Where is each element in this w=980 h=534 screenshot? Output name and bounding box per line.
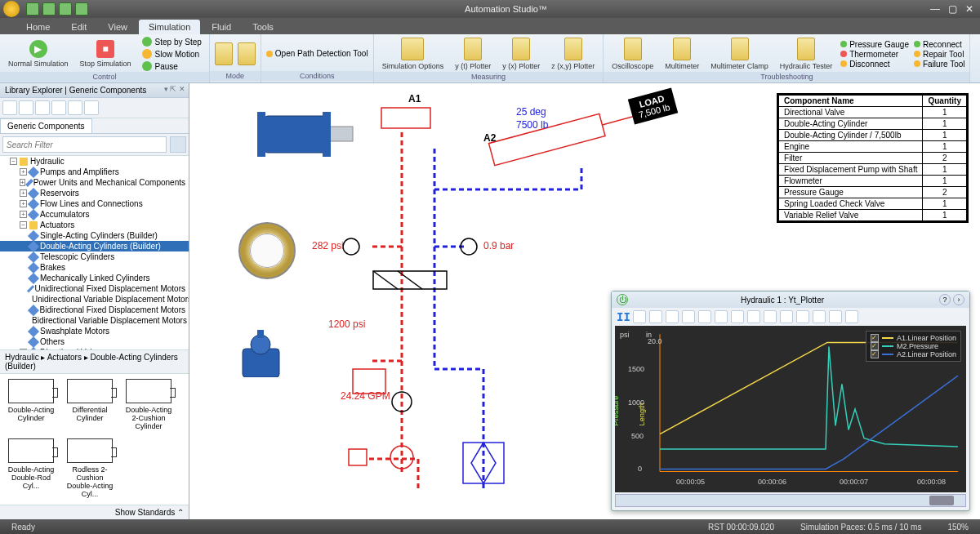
tree-node[interactable]: Single-Acting Cylinders (Builder) [0, 230, 189, 241]
tab-fluid[interactable]: Fluid [202, 20, 241, 34]
tree-node[interactable]: Bidirectional Variable Displacement Moto… [0, 315, 189, 326]
tab-tools[interactable]: Tools [243, 20, 283, 34]
lib-tool-icon[interactable] [19, 100, 33, 115]
search-input[interactable] [2, 136, 167, 153]
tree-node[interactable]: Swashplate Motors [0, 326, 189, 336]
tree-node[interactable]: +Accumulators [0, 209, 189, 220]
component-thumbnails: Double-Acting CylinderDifferential Cylin… [0, 374, 189, 505]
close-button[interactable]: ✕ [965, 3, 973, 15]
lib-tool-icon[interactable] [68, 100, 82, 115]
plotter-tool-icon[interactable] [715, 310, 728, 323]
pressure-gauge-tool[interactable]: Pressure Gauge [840, 40, 909, 49]
oscilloscope-button[interactable]: Oscilloscope [608, 36, 657, 72]
plotter-tool-icon[interactable] [698, 310, 711, 323]
plotter-tool-icon[interactable] [666, 310, 679, 323]
plotter-tool-icon[interactable] [747, 310, 760, 323]
lib-tool-icon[interactable] [2, 100, 17, 115]
library-tab-generic[interactable]: Generic Components [0, 118, 92, 133]
panel-pin-icon[interactable]: ▾ ⇱ ✕ [164, 85, 185, 93]
tree-node[interactable]: Others [0, 336, 189, 347]
pause-icon[interactable]: II [617, 310, 630, 323]
svg-rect-15 [257, 112, 265, 157]
tree-node[interactable]: Double-Acting Cylinders (Builder) [0, 241, 189, 251]
multimeter-clamp-button[interactable]: Multimeter Clamp [707, 36, 772, 72]
chevron-up-icon[interactable]: ⌃ [177, 508, 184, 517]
yx-plotter-button[interactable]: y (x) Plotter [499, 36, 543, 72]
tree-node[interactable]: Unidirectional Variable Displacement Mot… [0, 294, 189, 305]
lib-tool-icon[interactable] [84, 100, 99, 115]
qat-button[interactable] [59, 2, 72, 16]
tree-node[interactable]: +Reservoirs [0, 188, 189, 198]
tree-node[interactable]: Telescopic Cylinders [0, 251, 189, 262]
plotter-tool-icon[interactable] [845, 310, 858, 323]
tab-edit[interactable]: Edit [61, 20, 96, 34]
plotter-tool-icon[interactable] [649, 310, 662, 323]
plotter-tool-icon[interactable] [633, 310, 646, 323]
hydraulic-tester-button[interactable]: Hydraulic Tester [777, 36, 835, 72]
schematic-canvas[interactable]: A1 A2 25 deg 7500 lb LOAD7,500 lb 282 ps… [189, 83, 980, 519]
failure-tool[interactable]: Failure Tool [914, 60, 965, 69]
mode-button[interactable] [215, 42, 233, 65]
status-zoom[interactable]: 150% [942, 523, 973, 532]
component-thumbnail[interactable]: Differential Cylinder [64, 379, 116, 432]
library-explorer-panel: Library Explorer | Generic Components▾ ⇱… [0, 83, 189, 519]
svg-rect-19 [257, 330, 264, 338]
disconnect-tool[interactable]: Disconnect [840, 60, 909, 69]
power-icon[interactable]: ⏻ [617, 294, 628, 305]
tab-home[interactable]: Home [16, 20, 60, 34]
step-by-step-button[interactable]: Step by Step [140, 36, 204, 47]
lib-tool-icon[interactable] [35, 100, 50, 115]
tab-simulation[interactable]: Simulation [139, 20, 200, 34]
plotter-tool-icon[interactable] [682, 310, 695, 323]
tree-node[interactable]: +Flow Lines and Connections [0, 198, 189, 209]
library-tree[interactable]: −Hydraulic +Pumps and Amplifiers+Power U… [0, 156, 189, 349]
show-standards-toggle[interactable]: Show Standards [115, 508, 175, 517]
minimize-button[interactable]: — [930, 3, 940, 15]
normal-simulation-button[interactable]: ▶Normal Simulation [5, 38, 72, 69]
group-control-label: Control [0, 72, 209, 82]
component-thumbnail[interactable]: Rodless 2-Cushion Double-Acting Cyl... [64, 438, 116, 500]
expand-icon[interactable]: › [953, 294, 964, 305]
tree-node[interactable]: +Power Units and Mechanical Components [0, 177, 189, 188]
reconnect-tool[interactable]: Reconnect [914, 40, 965, 49]
component-thumbnail[interactable]: Double-Acting Double-Rod Cyl... [5, 438, 57, 500]
open-path-tool[interactable]: Open Path Detection Tool [266, 49, 368, 58]
slow-motion-button[interactable]: Slow Motion [140, 48, 204, 60]
component-thumbnail[interactable]: Double-Acting Cylinder [5, 379, 57, 432]
plotter-tool-icon[interactable] [731, 310, 744, 323]
help-icon[interactable]: ? [939, 294, 951, 305]
stop-simulation-button[interactable]: ■Stop Simulation [77, 38, 135, 69]
zxy-plotter-button[interactable]: z (x,y) Plotter [548, 36, 598, 72]
multimeter-button[interactable]: Multimeter [662, 36, 702, 72]
plotter-tool-icon[interactable] [796, 310, 809, 323]
plotter-window[interactable]: ⏻ Hydraulic 1 : Yt_Plotter ? › II [611, 291, 970, 511]
tree-node[interactable]: +Pumps and Amplifiers [0, 167, 189, 177]
tree-node[interactable]: Bidirectional Fixed Displacement Motors [0, 305, 189, 315]
qat-button[interactable] [26, 2, 39, 16]
app-logo[interactable] [3, 1, 20, 17]
search-options-icon[interactable] [170, 136, 186, 153]
thermometer-tool[interactable]: Thermometer [840, 50, 909, 59]
qat-button[interactable] [42, 2, 56, 16]
component-thumbnail[interactable]: Double-Acting 2-Cushion Cylinder [122, 379, 175, 432]
tree-node[interactable]: Mechanically Linked Cylinders [0, 273, 189, 283]
pressure1-value: 282 psi [312, 240, 344, 251]
qat-button[interactable] [75, 2, 88, 16]
repair-tool[interactable]: Repair Tool [914, 50, 965, 59]
breadcrumb[interactable]: Hydraulic ▸ Actuators ▸ Double-Acting Cy… [0, 349, 189, 374]
plotter-tool-icon[interactable] [813, 310, 826, 323]
tree-node[interactable]: Unidirectional Fixed Displacement Motors [0, 283, 189, 294]
maximize-button[interactable]: ▢ [948, 3, 957, 15]
tree-node[interactable]: Brakes [0, 262, 189, 273]
plotter-tool-icon[interactable] [829, 310, 842, 323]
plotter-chart[interactable]: 0 500 1000 1500 20.0 psi in Pressure Len… [615, 326, 966, 492]
mode-button[interactable] [238, 42, 256, 65]
lib-tool-icon[interactable] [51, 100, 66, 115]
simulation-options-button[interactable]: Simulation Options [379, 36, 448, 72]
plotter-scrollbar[interactable] [615, 494, 966, 507]
yt-plotter-button[interactable]: y (t) Plotter [452, 36, 494, 72]
tab-view[interactable]: View [98, 20, 137, 34]
plotter-tool-icon[interactable] [764, 310, 777, 323]
plotter-tool-icon[interactable] [780, 310, 793, 323]
pause-button[interactable]: Pause [140, 60, 204, 72]
